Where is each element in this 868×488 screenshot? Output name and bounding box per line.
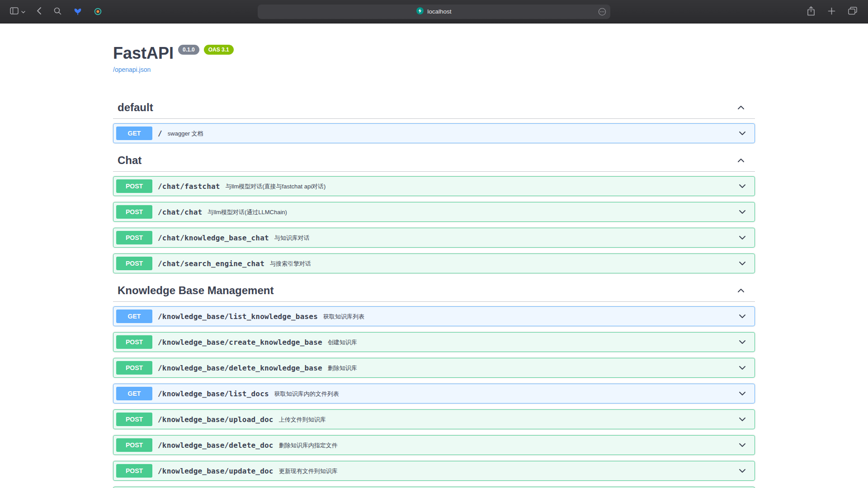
operation-description: 更新现有文件到知识库 xyxy=(279,467,737,475)
operation-row: GET / swagger 文档 xyxy=(113,123,755,143)
share-button[interactable] xyxy=(807,6,815,17)
address-bar[interactable]: localhost xyxy=(258,5,610,19)
operation-row: POST /chat/search_engine_chat 与搜索引擎对话 xyxy=(113,253,755,273)
operation-row: POST /knowledge_base/upload_doc 上传文件到知识库 xyxy=(113,409,755,429)
operation-row: POST /chat/knowledge_base_chat 与知识库对话 xyxy=(113,228,755,248)
back-button[interactable] xyxy=(37,7,42,16)
sidebar-icon xyxy=(10,7,19,16)
method-badge: POST xyxy=(116,361,152,375)
api-info: FastAPI 0.1.0 OAS 3.1 /openapi.json xyxy=(113,44,755,74)
chevron-down-icon[interactable] xyxy=(737,337,752,347)
method-badge: GET xyxy=(116,310,152,323)
operation-description: 与知识库对话 xyxy=(274,234,737,242)
operation-path: /chat/knowledge_base_chat xyxy=(152,234,274,242)
operation-description: 上传文件到知识库 xyxy=(279,415,737,424)
chevron-down-icon[interactable] xyxy=(737,258,752,268)
method-badge: POST xyxy=(116,464,152,478)
operation-row: POST /knowledge_base/update_doc 更新现有文件到知… xyxy=(113,461,755,481)
operation-summary[interactable]: POST /chat/fastchat 与llm模型对话(直接与fastchat… xyxy=(113,177,755,196)
operation-description: 删除知识库内指定文件 xyxy=(279,441,737,450)
chevron-down-icon[interactable] xyxy=(737,466,752,476)
search-icon xyxy=(54,7,61,16)
sidebar-toggle-button[interactable] xyxy=(10,7,19,16)
operation-summary[interactable]: POST /knowledge_base/update_doc 更新现有文件到知… xyxy=(113,461,755,480)
section-title: Knowledge Base Management xyxy=(118,284,274,297)
chevron-up-icon[interactable] xyxy=(736,103,746,113)
extension-icon-target[interactable] xyxy=(94,8,102,15)
openapi-spec-link[interactable]: /openapi.json xyxy=(113,66,151,73)
operation-description: 与llm模型对话(直接与fastchat api对话) xyxy=(226,182,737,191)
version-badge: 0.1.0 xyxy=(178,45,199,55)
section-header[interactable]: Knowledge Base Management xyxy=(113,279,755,302)
tabs-icon xyxy=(848,7,857,16)
operation-summary[interactable]: POST /knowledge_base/create_knowledge_ba… xyxy=(113,333,755,352)
new-tab-button[interactable] xyxy=(828,7,835,16)
operation-description: 获取知识库内的文件列表 xyxy=(274,389,737,398)
toolbar-left-cluster xyxy=(0,7,114,16)
section-title: Chat xyxy=(118,154,142,167)
operation-description: 创建知识库 xyxy=(328,338,737,347)
sections: default GET / swagger 文档 Chat POST /ch xyxy=(113,96,755,488)
operation-row: POST /chat/fastchat 与llm模型对话(直接与fastchat… xyxy=(113,176,755,196)
page-menu-button[interactable] xyxy=(598,8,606,16)
chevron-down-icon[interactable] xyxy=(737,207,752,217)
operation-row: POST /knowledge_base/delete_knowledge_ba… xyxy=(113,358,755,378)
method-badge: GET xyxy=(116,387,152,400)
search-button[interactable] xyxy=(54,7,61,16)
section-operations: GET / swagger 文档 xyxy=(113,119,755,143)
operation-row: GET /knowledge_base/list_knowledge_bases… xyxy=(113,306,755,326)
operation-description: 与搜索引擎对话 xyxy=(270,259,737,268)
sidebar-menu-chevron-button[interactable] xyxy=(21,8,25,15)
plus-icon xyxy=(828,7,835,16)
operation-path: /knowledge_base/list_docs xyxy=(152,389,274,398)
page-content: FastAPI 0.1.0 OAS 3.1 /openapi.json defa… xyxy=(0,44,868,488)
chevron-down-icon[interactable] xyxy=(737,128,752,138)
operation-row: POST /chat/chat 与llm模型对话(通过LLMChain) xyxy=(113,202,755,222)
operation-summary[interactable]: POST /knowledge_base/upload_doc 上传文件到知识库 xyxy=(113,410,755,429)
method-badge: POST xyxy=(116,205,152,219)
section-title: default xyxy=(118,101,153,114)
section-operations: POST /chat/fastchat 与llm模型对话(直接与fastchat… xyxy=(113,172,755,273)
chevron-up-icon[interactable] xyxy=(736,286,746,296)
method-badge: POST xyxy=(116,179,152,193)
operation-path: /chat/chat xyxy=(152,208,208,216)
operation-summary[interactable]: POST /chat/search_engine_chat 与搜索引擎对话 xyxy=(113,254,755,273)
operation-path: /knowledge_base/delete_doc xyxy=(152,441,279,450)
share-icon xyxy=(807,6,815,17)
chevron-down-icon[interactable] xyxy=(737,414,752,424)
section-operations: GET /knowledge_base/list_knowledge_bases… xyxy=(113,302,755,488)
operation-path: /knowledge_base/delete_knowledge_base xyxy=(152,364,328,372)
extension-icon-blue[interactable] xyxy=(74,8,82,15)
method-badge: GET xyxy=(116,127,152,140)
operation-description: 与llm模型对话(通过LLMChain) xyxy=(208,208,737,216)
method-badge: POST xyxy=(116,335,152,349)
chevron-down-icon[interactable] xyxy=(737,363,752,373)
section-header[interactable]: Chat xyxy=(113,149,755,172)
api-title-row: FastAPI 0.1.0 OAS 3.1 xyxy=(113,44,755,62)
api-section: Chat POST /chat/fastchat 与llm模型对话(直接与fas… xyxy=(113,149,755,273)
method-badge: POST xyxy=(116,231,152,244)
operation-path: /knowledge_base/update_doc xyxy=(152,467,279,475)
chevron-up-icon[interactable] xyxy=(736,155,746,165)
chevron-down-icon[interactable] xyxy=(737,233,752,243)
chevron-left-icon xyxy=(37,7,42,16)
operation-path: /chat/search_engine_chat xyxy=(152,259,270,268)
operation-summary[interactable]: POST /chat/knowledge_base_chat 与知识库对话 xyxy=(113,228,755,247)
operation-summary[interactable]: POST /chat/chat 与llm模型对话(通过LLMChain) xyxy=(113,202,755,221)
operation-summary[interactable]: GET / swagger 文档 xyxy=(113,124,755,143)
method-badge: POST xyxy=(116,257,152,270)
tab-overview-button[interactable] xyxy=(848,7,857,16)
operation-summary[interactable]: POST /knowledge_base/delete_knowledge_ba… xyxy=(113,358,755,377)
address-text: localhost xyxy=(427,8,451,15)
operation-summary[interactable]: POST /knowledge_base/delete_doc 删除知识库内指定… xyxy=(113,436,755,455)
operation-path: /knowledge_base/upload_doc xyxy=(152,415,279,424)
chevron-down-icon[interactable] xyxy=(737,440,752,450)
chevron-down-icon[interactable] xyxy=(737,181,752,191)
operation-row: POST /knowledge_base/create_knowledge_ba… xyxy=(113,332,755,352)
operation-path: /knowledge_base/create_knowledge_base xyxy=(152,338,328,347)
operation-summary[interactable]: GET /knowledge_base/list_knowledge_bases… xyxy=(113,307,755,326)
operation-summary[interactable]: GET /knowledge_base/list_docs 获取知识库内的文件列… xyxy=(113,384,755,403)
section-header[interactable]: default xyxy=(113,96,755,119)
chevron-down-icon[interactable] xyxy=(737,311,752,321)
chevron-down-icon[interactable] xyxy=(737,389,752,399)
